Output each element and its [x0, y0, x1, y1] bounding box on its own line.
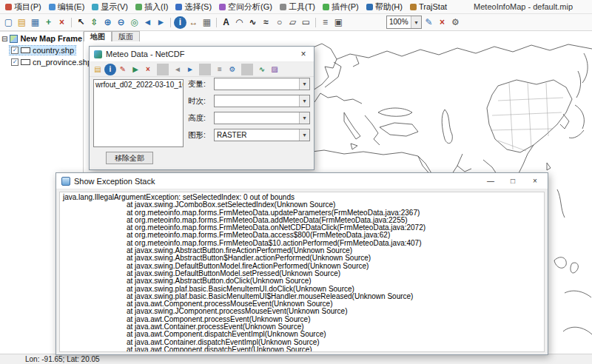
draw-data-icon[interactable]: ✎: [117, 64, 129, 75]
image-icon[interactable]: ▨: [269, 64, 280, 75]
data-file-list[interactable]: wrfout_d02_2022-03-10_16_00_00: [93, 79, 184, 147]
remove-layer-icon[interactable]: ×: [56, 16, 68, 29]
add-layer-icon[interactable]: +: [42, 16, 55, 29]
layer-label: country.shp: [33, 46, 74, 55]
field-label: 变量:: [188, 79, 212, 90]
tab-layout[interactable]: 版面: [112, 31, 140, 41]
document-tabs: 地图 版面: [84, 31, 140, 41]
menu-selection[interactable]: 选择(S): [172, 0, 215, 14]
field-select[interactable]: ▾: [214, 95, 310, 107]
menu-help[interactable]: 帮助(H): [363, 0, 406, 14]
chevron-down-icon: ▾: [411, 16, 421, 28]
menu-insert[interactable]: 插入(I): [132, 0, 172, 14]
measure-icon[interactable]: ↔: [187, 16, 200, 29]
zoom-in-icon[interactable]: ⊕: [101, 16, 114, 29]
layer-item-cn-province[interactable]: ✓ cn_province.shp: [0, 55, 83, 67]
close-button[interactable]: ×: [524, 173, 546, 189]
collapse-icon[interactable]: ⊟: [1, 35, 7, 43]
coordinates-readout: Lon: -91.65; Lat: 20.05: [25, 355, 100, 363]
menu-trajstat[interactable]: TrajStat: [406, 0, 451, 14]
settings-icon[interactable]: ⚙: [449, 16, 462, 29]
identify-icon[interactable]: i: [174, 16, 186, 29]
menu-edit[interactable]: 编辑(E): [45, 0, 89, 14]
level-field: 高度: ▾: [188, 112, 310, 124]
edit-vertices-icon[interactable]: ✎: [423, 16, 435, 29]
full-extent-icon[interactable]: ◎: [128, 16, 141, 29]
separator: [216, 18, 217, 27]
main-toolbar: ▢ ▤ ▦ + × ↖ ⇳ ⊕ ⊖ ◎ ◄ ► i ↔: [0, 14, 592, 31]
menu-icon: [135, 4, 142, 10]
exception-dialog: Show Exception Stack — □ × java.lang.Ill…: [56, 172, 548, 355]
open-data-icon[interactable]: ▤: [92, 64, 104, 75]
data-settings-icon[interactable]: ⚙: [226, 64, 238, 75]
zoom-next-icon[interactable]: ►: [155, 16, 167, 29]
select-icon[interactable]: ↖: [75, 16, 87, 29]
meteo-dialog-titlebar[interactable]: Meteo Data - NetCDF ×: [90, 47, 314, 62]
close-icon[interactable]: ×: [293, 47, 314, 62]
remove-all-button[interactable]: 移除全部: [106, 152, 153, 164]
map-layout-icon[interactable]: ▣: [332, 16, 345, 29]
menu-view[interactable]: 显示(V): [88, 0, 132, 14]
menu-plugin[interactable]: 插件(P): [319, 0, 363, 14]
field-select[interactable]: ▾: [214, 78, 310, 90]
menu-project[interactable]: 项目(P): [1, 0, 45, 14]
map-frame-label: New Map Frame: [20, 34, 82, 43]
status-bar: Lon: -91.65; Lat: 20.05: [0, 354, 592, 364]
text-graphic-icon[interactable]: A: [220, 16, 232, 29]
tree-item-map-frame[interactable]: ⊟ New Map Frame: [0, 33, 83, 44]
polygon-graphic-icon[interactable]: ▱: [286, 16, 299, 29]
arc-graphic-icon[interactable]: ◠: [233, 16, 246, 29]
meteo-fields: 变量: ▾ 时次: ▾ 高度: ▾: [188, 78, 310, 141]
chevron-down-icon: ▾: [299, 95, 309, 107]
menu-icon: [366, 4, 373, 10]
layer-checkbox[interactable]: ✓: [11, 47, 18, 54]
menu-tools[interactable]: 工具(T): [276, 0, 319, 14]
meteo-data-icon: [94, 50, 102, 58]
pan-icon[interactable]: ⇳: [88, 16, 101, 29]
meteo-toolbar: ▤ i ✎ ▶ × ◄ ► ≡ ⚙: [90, 62, 314, 77]
exception-dialog-titlebar[interactable]: Show Exception Stack — □ ×: [56, 173, 548, 189]
attribute-table-icon[interactable]: ▦: [201, 16, 213, 29]
map-frame-icon: [10, 35, 18, 43]
minimize-button[interactable]: —: [480, 173, 502, 189]
zoom-out-icon[interactable]: ⊖: [115, 16, 127, 29]
separator: [71, 18, 72, 27]
window-controls: — □ ×: [480, 173, 546, 189]
ellipse-graphic-icon[interactable]: ○: [273, 16, 286, 29]
menu-bar: 项目(P) 编辑(E) 显示(V) 插入(I) 选择(S): [0, 0, 592, 14]
layer-label: cn_province.shp: [33, 58, 92, 67]
open-project-icon[interactable]: ▤: [16, 16, 28, 29]
graphic-field: 图形: RASTER ▾: [188, 129, 310, 141]
animation-icon[interactable]: ▶: [130, 64, 141, 75]
layer-checkbox[interactable]: ✓: [11, 58, 18, 66]
layers-icon[interactable]: ≡: [319, 16, 332, 29]
maximize-button[interactable]: □: [502, 173, 524, 189]
data-info-icon[interactable]: i: [104, 64, 116, 75]
rectangle-graphic-icon[interactable]: ▭: [300, 16, 312, 29]
save-icon[interactable]: ▦: [29, 16, 41, 29]
field-select[interactable]: RASTER ▾: [214, 129, 310, 141]
curve-graphic-icon[interactable]: ≈: [260, 16, 272, 29]
separator: [157, 64, 169, 75]
previous-time-icon[interactable]: ◄: [172, 64, 184, 75]
tab-map[interactable]: 地图: [84, 31, 112, 41]
layer-item-country[interactable]: ✓ country.shp: [0, 44, 83, 55]
menu-icon: [49, 4, 56, 10]
data-list-icon[interactable]: ≡: [214, 64, 226, 75]
zoom-previous-icon[interactable]: ◄: [141, 16, 154, 29]
menu-icon: [219, 4, 226, 10]
field-label: 图形:: [188, 130, 212, 141]
menu-geoprocessing[interactable]: 空间分析(G): [215, 0, 276, 14]
zoom-level-select[interactable]: 100% ▾: [386, 16, 422, 29]
stack-trace[interactable]: java.lang.IllegalArgumentException: setS…: [59, 192, 545, 352]
layer-symbol-icon: [21, 59, 30, 65]
menu-icon: [280, 4, 286, 10]
polyline-graphic-icon[interactable]: ∿: [246, 16, 259, 29]
field-select[interactable]: ▾: [214, 112, 310, 124]
clear-graphics-icon[interactable]: ×: [436, 16, 448, 29]
new-icon[interactable]: ▢: [2, 16, 15, 29]
contour-icon[interactable]: ∿: [256, 64, 268, 75]
next-time-icon[interactable]: ►: [184, 64, 196, 75]
remove-data-icon[interactable]: ×: [142, 64, 154, 75]
list-item[interactable]: wrfout_d02_2022-03-10_16_00_00: [94, 80, 183, 90]
